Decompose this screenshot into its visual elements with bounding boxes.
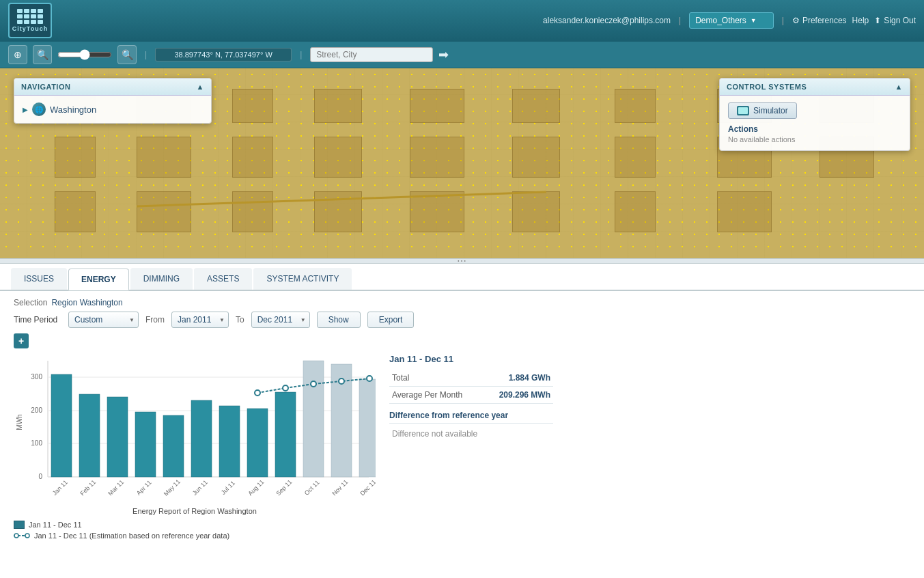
avg-value: 209.296 MWh [483, 387, 553, 404]
navigation-panel: NAVIGATION ▲ ▶ 🌐 Washington [14, 78, 212, 124]
total-value: 1.884 GWh [483, 370, 553, 387]
add-button[interactable]: + [14, 333, 29, 348]
content-area: Selection Region Washington Time Period … [0, 290, 924, 578]
svg-text:Apr 11: Apr 11 [135, 479, 153, 497]
zoom-out-icon[interactable]: 🔍 [117, 45, 137, 64]
svg-text:Aug 11: Aug 11 [247, 478, 265, 497]
line-swatch-icon [14, 532, 30, 540]
chart-area: 0 100 200 300 MWh [14, 354, 376, 540]
selection-row: Selection Region Washington [14, 298, 910, 307]
show-button[interactable]: Show [317, 312, 361, 328]
svg-text:Jul 11: Jul 11 [220, 480, 236, 496]
simulator-button[interactable]: Simulator [728, 102, 797, 119]
timeperiod-dropdown[interactable]: Custom Last 7 days Last 30 days Last yea… [68, 312, 139, 328]
legend-area: Jan 11 - Dec 11 Jan 11 - Dec 11 (Estimat… [14, 521, 376, 540]
control-systems-title: CONTROL SYSTEMS [727, 83, 807, 91]
navigation-panel-header: NAVIGATION ▲ [14, 79, 211, 96]
collapse-ctrl-icon[interactable]: ▲ [895, 83, 903, 91]
bar-feb [79, 394, 100, 477]
bar-mar [107, 397, 128, 477]
tab-assets[interactable]: ASSETS [194, 268, 252, 290]
timeperiod-label: Time Period [14, 315, 61, 325]
home-icon[interactable]: ⊕ [8, 45, 27, 64]
svg-text:Oct 11: Oct 11 [303, 479, 321, 497]
nav-item-label: Washington [50, 105, 96, 115]
tab-dimming[interactable]: DIMMING [130, 268, 193, 290]
svg-text:Jan 11: Jan 11 [51, 479, 69, 497]
export-button[interactable]: Export [367, 312, 415, 328]
signout-button[interactable]: ⬆ Sign Out [874, 16, 916, 25]
preferences-button[interactable]: ⚙ Preferences [792, 16, 847, 25]
svg-text:Mar 11: Mar 11 [107, 478, 125, 497]
simulator-icon [737, 106, 749, 115]
logo-area: CityTouch [8, 3, 52, 38]
dropdown-arrow-icon: ▼ [751, 17, 757, 24]
chart-title: Energy Report of Region Washington [14, 507, 376, 515]
navigation-panel-title: NAVIGATION [21, 83, 70, 91]
line-point-dec [339, 379, 344, 384]
topbar-right: aleksander.konieczek@philips.com | Demo_… [543, 12, 916, 29]
legend-line: Jan 11 - Dec 11 (Estimation based on ref… [14, 532, 376, 540]
legend-bar-label: Jan 11 - Dec 11 [29, 521, 82, 529]
bar-jan [51, 374, 72, 477]
tab-system-activity[interactable]: SYSTEM ACTIVITY [253, 268, 352, 290]
bar-swatch [14, 521, 25, 529]
bar-jun [191, 400, 212, 477]
from-label: From [145, 315, 165, 325]
actions-label: Actions [728, 124, 901, 134]
topbar: CityTouch aleksander.konieczek@philips.c… [0, 0, 924, 41]
navigate-icon[interactable]: ➡ [438, 47, 449, 62]
search-map-icon[interactable]: 🔍 [33, 45, 52, 64]
map-resize-handle[interactable] [0, 258, 924, 264]
to-dropdown[interactable]: Dec 2011 [251, 312, 310, 328]
collapse-nav-icon[interactable]: ▲ [197, 83, 204, 91]
nav-expand-icon: ▶ [23, 106, 28, 113]
tab-issues[interactable]: ISSUES [11, 268, 67, 290]
coordinates-display: 38.897743° N, 77.037497° W [155, 48, 292, 61]
tabs-container: ISSUES ENERGY DIMMING ASSETS SYSTEM ACTI… [0, 264, 924, 290]
avg-label: Average Per Month [389, 387, 483, 404]
to-dropdown-wrapper: Dec 2011 [251, 312, 310, 328]
zoom-slider[interactable] [57, 49, 112, 60]
bar-sep [275, 392, 296, 477]
actions-description: No available actions [728, 135, 901, 143]
energy-chart: 0 100 200 300 MWh [14, 354, 376, 504]
from-dropdown[interactable]: Jan 2011 [171, 312, 229, 328]
gear-icon: ⚙ [792, 16, 800, 25]
tab-energy[interactable]: ENERGY [68, 269, 129, 290]
stats-table: Total 1.884 GWh Average Per Month 209.29… [389, 370, 553, 404]
control-systems-header: CONTROL SYSTEMS ▲ [720, 79, 910, 96]
svg-text:100: 100 [31, 439, 42, 447]
line-point-sep [255, 390, 260, 396]
line-point-nov [311, 381, 316, 387]
control-systems-panel: CONTROL SYSTEMS ▲ Simulator Actions No a… [719, 78, 910, 151]
svg-text:May 11: May 11 [163, 478, 182, 497]
washington-nav-item[interactable]: ▶ 🌐 Washington [23, 101, 203, 118]
svg-point-25 [25, 534, 29, 538]
bar-aug [247, 409, 268, 477]
globe-icon: 🌐 [32, 102, 46, 116]
help-button[interactable]: Help [852, 16, 869, 25]
timeperiod-dropdown-wrapper: Custom Last 7 days Last 30 days Last yea… [68, 312, 139, 328]
line-point-oct [283, 385, 288, 391]
svg-text:Dec 11: Dec 11 [359, 478, 376, 497]
diff-not-available: Difference not available [389, 426, 553, 441]
line-point-end [367, 376, 372, 381]
svg-text:Sep 11: Sep 11 [275, 478, 293, 497]
svg-text:Nov 11: Nov 11 [331, 478, 349, 497]
logo: CityTouch [8, 3, 52, 38]
timeperiod-row: Time Period Custom Last 7 days Last 30 d… [14, 312, 910, 328]
svg-text:200: 200 [31, 407, 42, 414]
search-input[interactable] [310, 47, 433, 62]
map-container[interactable]: NAVIGATION ▲ ▶ 🌐 Washington CONTROL SYST… [0, 68, 924, 258]
signout-icon: ⬆ [874, 16, 881, 25]
svg-text:Feb 11: Feb 11 [79, 478, 97, 497]
stats-panel: Jan 11 - Dec 11 Total 1.884 GWh Average … [389, 354, 553, 540]
stats-date-range: Jan 11 - Dec 11 [389, 354, 553, 364]
svg-text:MWh: MWh [16, 414, 23, 430]
demo-dropdown[interactable]: Demo_Others ▼ [689, 12, 774, 29]
bar-jul [219, 406, 240, 477]
selection-label: Selection [14, 298, 47, 307]
total-label: Total [389, 370, 483, 387]
svg-text:0: 0 [38, 473, 42, 480]
